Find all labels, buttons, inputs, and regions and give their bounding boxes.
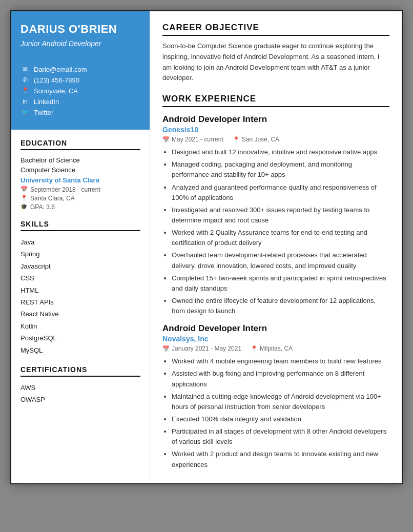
bullet-item: Investigated and resolved 300+ issues re… [172, 205, 389, 226]
skill-item: React Native [20, 308, 140, 320]
job-bullets: Designed and built 12 innovative, intuit… [162, 147, 389, 316]
job-bullets: Worked with 4 mobile engineering team me… [162, 356, 389, 469]
contact-section: ✉ Dario@email.com ✆ (123) 456-7890 📍 Sun… [11, 60, 150, 130]
bullet-item: Designed and built 12 innovative, intuit… [172, 147, 389, 157]
sidebar: DARIUS O'BRIEN Junior Android Developer … [11, 11, 150, 483]
bullet-item: Analyzed and guaranteed performance qual… [172, 182, 389, 203]
linkedin-value: LinkedIn [34, 98, 59, 106]
work-experience-title: WORK EXPERIENCE [162, 94, 389, 107]
edu-dates: 📅 September 2018 - current [20, 186, 140, 193]
skill-item: CSS [20, 272, 140, 284]
skill-item: MySQL [20, 344, 140, 356]
resume-container: DARIUS O'BRIEN Junior Android Developer … [10, 10, 403, 484]
bullet-item: Maintained a cutting-edge knowledge of A… [172, 392, 389, 412]
skills-list: JavaSpringJavascriptCSSHTMLREST APIsReac… [20, 236, 140, 356]
gpa-icon: 🎓 [20, 203, 28, 210]
job-meta: 📅May 2021 - current📍San Jose, CA [162, 136, 389, 143]
location-icon: 📍 [233, 136, 240, 143]
location-icon: 📍 [20, 87, 30, 94]
bullet-item: Overhauled team development-related proc… [172, 250, 389, 271]
main-content: CAREER OBJECTIVE Soon-to-be Computer Sci… [150, 11, 402, 483]
location-value: Sunnyvale, CA [34, 87, 78, 95]
bullet-item: Owned the entire lifecycle of feature de… [172, 296, 389, 316]
edu-gpa: 🎓 GPA: 3.6 [20, 203, 140, 211]
skill-item: PostgreSQL [20, 332, 140, 344]
email-item: ✉ Dario@email.com [20, 66, 140, 73]
email-value: Dario@email.com [34, 66, 87, 73]
edu-degree: Bachelor of Science [20, 155, 140, 166]
edu-field: Computer Science [20, 165, 140, 175]
skill-item: Java [20, 236, 140, 248]
bullet-item: Worked with 4 mobile engineering team me… [172, 356, 389, 366]
bullet-item: Completed 15+ two-week sprints and parti… [172, 273, 389, 294]
skill-item: Spring [20, 248, 140, 260]
job-location: 📍San Jose, CA [233, 136, 279, 143]
job-dates: 📅May 2021 - current [162, 136, 223, 143]
company-name: Genesis10 [162, 126, 389, 134]
bullet-item: Executed 100% data integrity and validat… [172, 414, 389, 424]
bullet-item: Participated in all stages of developmen… [172, 426, 389, 447]
skill-item: REST APIs [20, 296, 140, 308]
bullet-item: Worked with 2 Quality Assurance teams fo… [172, 228, 389, 248]
career-objective-title: CAREER OBJECTIVE [162, 23, 389, 36]
bullet-item: Managed coding, packaging and deployment… [172, 159, 389, 180]
skill-item: HTML [20, 284, 140, 296]
email-icon: ✉ [20, 66, 30, 73]
calendar-icon: 📅 [162, 136, 170, 143]
education-section-title: EDUCATION [20, 139, 140, 150]
skill-item: Javascript [20, 260, 140, 272]
twitter-icon: 🐦 [20, 109, 30, 116]
candidate-name: DARIUS O'BRIEN [20, 23, 140, 36]
job-title: Android Developer Intern [162, 114, 389, 125]
pin-icon: 📍 [20, 195, 28, 201]
calendar-icon: 📅 [162, 345, 170, 352]
bullet-item: Assisted with bug fixing and improving p… [172, 369, 389, 389]
twitter-value: Twitter [34, 109, 53, 116]
job-location: 📍Milpitas, CA [251, 345, 293, 352]
job-entry: Android Developer InternGenesis10📅May 20… [162, 114, 389, 316]
company-name: Novalsys, Inc [162, 335, 389, 343]
edu-location: 📍 Santa Clara, CA [20, 195, 140, 202]
cert-item: OWASP [20, 394, 140, 405]
career-objective-text: Soon-to-be Computer Science graduate eag… [162, 41, 389, 84]
certifications-list: AWSOWASP [20, 382, 140, 406]
location-icon: 📍 [251, 345, 258, 352]
jobs-container: Android Developer InternGenesis10📅May 20… [162, 114, 389, 470]
job-entry: Android Developer InternNovalsys, Inc📅Ja… [162, 323, 389, 469]
linkedin-item[interactable]: in LinkedIn [20, 98, 140, 106]
job-meta: 📅January 2021 - May 2021📍Milpitas, CA [162, 345, 389, 352]
job-title: Android Developer Intern [162, 323, 389, 334]
certifications-section-title: CERTIFICATIONS [20, 365, 140, 377]
location-item: 📍 Sunnyvale, CA [20, 87, 140, 95]
twitter-item[interactable]: 🐦 Twitter [20, 109, 140, 116]
phone-icon: ✆ [20, 76, 30, 84]
sidebar-header: DARIUS O'BRIEN Junior Android Developer [11, 11, 150, 60]
job-dates: 📅January 2021 - May 2021 [162, 345, 241, 352]
edu-school: University of Santa Clara [20, 176, 140, 184]
bullet-item: Worked with 2 product and design teams t… [172, 449, 389, 469]
phone-value: (123) 456-7890 [34, 76, 79, 84]
candidate-title: Junior Android Developer [20, 39, 140, 49]
cert-item: AWS [20, 382, 140, 394]
skill-item: Kotlin [20, 320, 140, 332]
phone-item: ✆ (123) 456-7890 [20, 76, 140, 84]
calendar-icon: 📅 [20, 186, 28, 193]
sidebar-body: EDUCATION Bachelor of Science Computer S… [11, 130, 150, 483]
skills-section-title: SKILLS [20, 220, 140, 231]
linkedin-icon: in [20, 98, 30, 105]
